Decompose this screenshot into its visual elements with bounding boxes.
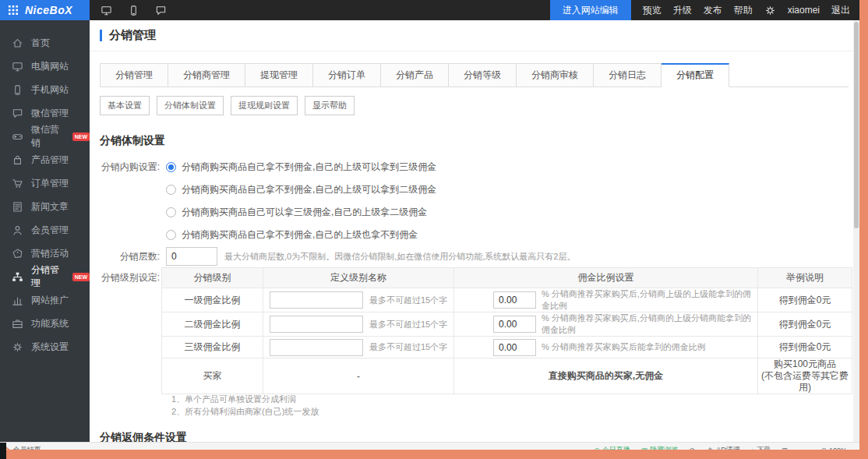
- rate-input[interactable]: [493, 316, 536, 333]
- sidebar-item-gamepad[interactable]: 微信营销 NEW: [0, 125, 90, 148]
- help-link[interactable]: 帮助: [734, 4, 753, 17]
- level-cell: 二级佣金比例: [162, 312, 263, 337]
- user-icon: [12, 224, 23, 236]
- radio-button[interactable]: [166, 230, 176, 240]
- mobile-view-icon[interactable]: [128, 5, 139, 16]
- desktop-background-right: [859, 0, 868, 459]
- upgrade-link[interactable]: 升级: [673, 4, 692, 17]
- sitemap-icon: [12, 271, 23, 283]
- top-bar: NiceBoX 进入网站编辑 预览 升级 发布 帮助 xiaomei 退出: [0, 0, 859, 20]
- sidebar-item-label: 会员管理: [31, 224, 69, 237]
- sidebar-item-news[interactable]: 新闻文章: [0, 195, 90, 218]
- tab[interactable]: 分销商审核: [517, 63, 594, 87]
- scrollbar-thumb[interactable]: [854, 22, 859, 228]
- levels-label: 分销层数:: [90, 250, 160, 263]
- username-label[interactable]: xiaomei: [788, 5, 820, 16]
- chart-icon: [12, 295, 23, 306]
- level-name-input[interactable]: [270, 316, 363, 333]
- tab[interactable]: 分销商管理: [168, 63, 245, 87]
- sub-setting-button[interactable]: 显示帮助: [305, 96, 355, 115]
- rate-cell: % 分销商推荐买家购买后,分销商的上级分销商能拿到的佣金比例: [454, 312, 758, 337]
- sidebar-item-home[interactable]: 首页: [0, 31, 90, 55]
- buyer-name-cell: -: [263, 358, 454, 394]
- buyer-example-line1: 购买100元商品: [758, 358, 852, 370]
- sidebar-item-user[interactable]: 会员管理: [0, 218, 90, 242]
- topbar-right: 进入网站编辑 预览 升级 发布 帮助 xiaomei 退出: [550, 0, 859, 20]
- sidebar-item-label: 订单管理: [31, 177, 69, 190]
- radio-option-label[interactable]: 分销商购买商品自己拿不到佣金,自己的上级也拿不到佣金: [182, 228, 418, 242]
- apps-grid-icon[interactable]: [9, 5, 18, 15]
- title-divider: [90, 51, 853, 51]
- level-cell: 一级佣金比例: [162, 288, 263, 312]
- wechat-view-icon[interactable]: [155, 5, 167, 16]
- chat-icon: [12, 108, 23, 119]
- radio-option-label[interactable]: 分销商购买商品自己可以拿三级佣金,自己的上级拿二级佣金: [182, 206, 427, 219]
- name-length-hint: 最多不可超过15个字: [369, 295, 447, 306]
- brand-logo: NiceBoX: [25, 4, 72, 16]
- radio-button[interactable]: [166, 162, 176, 172]
- tab[interactable]: 分销产品: [381, 63, 449, 87]
- logout-link[interactable]: 退出: [831, 4, 850, 17]
- radio-button[interactable]: [166, 207, 176, 217]
- tab-bar: 分销管理分销商管理提现管理分销订单分销产品分销等级分销商审核分销日志分销配置: [100, 63, 849, 87]
- preview-link[interactable]: 预览: [643, 4, 662, 17]
- col-header-level: 分销级别: [162, 268, 263, 288]
- buyer-example-cell: 购买100元商品 (不包含运费等其它费用): [758, 358, 852, 394]
- tab[interactable]: 分销配置: [662, 63, 729, 87]
- sub-setting-button[interactable]: 基本设置: [100, 96, 150, 115]
- sidebar-item-chat[interactable]: 微信管理: [0, 101, 90, 125]
- cart-icon: [12, 178, 23, 189]
- title-accent-bar: [100, 30, 102, 41]
- tab[interactable]: 提现管理: [245, 63, 313, 87]
- rate-desc: % 分销商推荐买家购买后能拿到的佣金比例: [542, 341, 706, 353]
- tab[interactable]: 分销日志: [594, 63, 662, 87]
- radio-option-label[interactable]: 分销商购买商品自己拿不到佣金,自己的上级可以拿到二级佣金: [182, 183, 436, 196]
- radio-button[interactable]: [166, 185, 176, 195]
- sidebar-item-gear[interactable]: 系统设置: [0, 335, 90, 358]
- commission-row: 一级佣金比例 最多不可超过15个字 % 分销商推荐买家购买后,分销商上级的上级能…: [162, 288, 852, 312]
- name-cell: 最多不可超过15个字: [263, 337, 454, 358]
- sub-setting-button[interactable]: 分销体制设置: [157, 96, 224, 115]
- levels-input[interactable]: [166, 247, 217, 266]
- sidebar-item-monitor[interactable]: 电脑网站: [0, 55, 90, 78]
- publish-link[interactable]: 发布: [704, 4, 722, 17]
- tag-icon: [12, 248, 23, 260]
- rate-input[interactable]: [493, 291, 536, 309]
- rate-input[interactable]: [493, 339, 536, 356]
- tab[interactable]: 分销等级: [449, 63, 517, 87]
- new-badge: NEW: [72, 273, 90, 281]
- buyer-example-line2: (不包含运费等其它费用): [758, 370, 852, 394]
- level-name-input[interactable]: [270, 291, 363, 309]
- sidebar-item-sitemap[interactable]: 分销管理 NEW: [0, 265, 90, 288]
- sidebar-item-label: 产品管理: [31, 154, 69, 167]
- sub-setting-button[interactable]: 提现规则设置: [231, 96, 298, 115]
- vertical-scrollbar[interactable]: [853, 20, 859, 442]
- name-length-hint: 最多不可超过15个字: [369, 319, 447, 330]
- col-header-name: 定义级别名称: [263, 268, 454, 288]
- settings-gear-icon[interactable]: [764, 5, 776, 16]
- enter-site-editor-button[interactable]: 进入网站编辑: [550, 0, 631, 20]
- sidebar-item-label: 系统设置: [31, 341, 69, 354]
- level-name-input[interactable]: [270, 339, 363, 356]
- tab[interactable]: 分销订单: [313, 63, 381, 87]
- desktop-view-icon[interactable]: [101, 5, 112, 16]
- main-content: 分销管理 分销管理分销商管理提现管理分销订单分销产品分销等级分销商审核分销日志分…: [90, 20, 853, 442]
- tab[interactable]: 分销管理: [100, 63, 168, 87]
- sidebar-item-label: 分销管理: [31, 263, 65, 290]
- sidebar-item-tag[interactable]: 营销活动: [0, 242, 90, 265]
- radio-option-label[interactable]: 分销商购买商品自己拿不到佣金,自己的上级可以拿到三级佣金: [182, 161, 436, 174]
- table-header-row: 分销级别 定义级别名称 佣金比例设置 举例说明: [162, 268, 852, 288]
- col-header-rate: 佣金比例设置: [454, 268, 758, 288]
- sidebar-item-briefcase[interactable]: 功能系统: [0, 312, 90, 335]
- commission-row: 二级佣金比例 最多不可超过15个字 % 分销商推荐买家购买后,分销商的上级分销商…: [162, 312, 852, 337]
- sidebar-item-mobile[interactable]: 手机网站: [0, 78, 90, 101]
- sidebar-item-bag[interactable]: 产品管理: [0, 148, 90, 171]
- browser-window: NiceBoX 进入网站编辑 预览 升级 发布 帮助 xiaomei 退出 首页…: [0, 0, 859, 459]
- page-title: 分销管理: [109, 28, 156, 43]
- logo-area[interactable]: NiceBoX: [0, 0, 90, 20]
- sidebar-item-cart[interactable]: 订单管理: [0, 171, 90, 195]
- sidebar-list: 首页 电脑网站 手机网站 微信管理 微信营销 NEW 产品管理 订单管理: [0, 20, 90, 358]
- sidebar-item-chart[interactable]: 网站推广: [0, 288, 90, 312]
- example-cell: 得到佣金0元: [758, 337, 852, 358]
- grade-setting-label-row: 分销级别设定:: [90, 271, 160, 284]
